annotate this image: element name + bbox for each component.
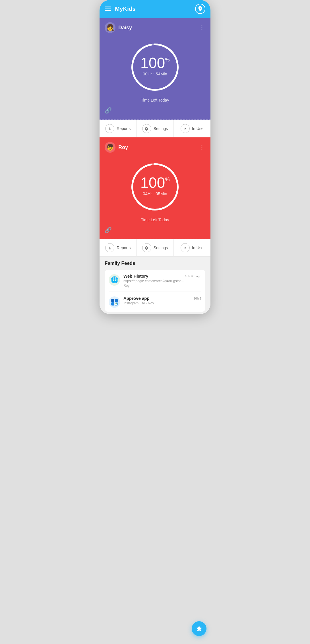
daisy-settings-label: Settings — [154, 126, 168, 131]
daisy-percent: 100 — [140, 55, 165, 70]
daisy-percent-sym: % — [165, 57, 170, 62]
daisy-more-button[interactable]: ⋮ — [199, 24, 205, 31]
roy-inuse-button[interactable]: In Use — [174, 239, 210, 256]
roy-reports-label: Reports — [117, 245, 131, 250]
svg-point-0 — [200, 6, 201, 7]
roy-reports-button[interactable]: Reports — [100, 239, 137, 256]
roy-card-header: 👦 Roy ⋮ — [105, 142, 205, 153]
daisy-reports-button[interactable]: Reports — [100, 120, 137, 137]
roy-card-bottom: 🔗 — [105, 227, 205, 234]
daisy-header-left: 👧 Daisy — [105, 22, 132, 33]
roy-action-bar: Reports Settings In Use — [100, 239, 210, 257]
roy-gauge: 100 % 04Hr : 05Min Time Left Today — [105, 156, 205, 224]
phone-frame: MyKids 👧 Daisy ⋮ — [100, 0, 210, 314]
approve-app-icon — [109, 296, 120, 308]
daisy-reports-label: Reports — [117, 126, 131, 131]
web-history-title: Web History — [123, 274, 148, 278]
header-left: MyKids — [105, 6, 136, 12]
roy-time: 04Hr : 05Min — [140, 191, 170, 196]
daisy-inuse-button[interactable]: In Use — [174, 120, 210, 137]
web-history-content: Web History 16h 9m ago https://google.co… — [123, 274, 201, 288]
daisy-card-header: 👧 Daisy ⋮ — [105, 22, 205, 33]
roy-inuse-label: In Use — [192, 245, 203, 250]
roy-reports-icon — [105, 243, 114, 252]
roy-avatar: 👦 — [105, 142, 115, 153]
roy-card: 👦 Roy ⋮ 100 % 04Hr : 05Min Time Le — [100, 137, 210, 239]
location-button[interactable] — [195, 4, 205, 14]
daisy-gauge: 100 % 00Hr : 54Min Time Left Today — [105, 36, 205, 104]
roy-settings-label: Settings — [154, 245, 168, 250]
roy-settings-button[interactable]: Settings — [137, 239, 173, 256]
approve-app-title: Approve app — [123, 296, 150, 301]
daisy-time-label: Time Left Today — [141, 98, 169, 102]
roy-name: Roy — [118, 145, 128, 150]
daisy-inuse-icon — [181, 124, 190, 133]
daisy-inuse-label: In Use — [192, 126, 203, 131]
roy-inuse-icon — [181, 243, 190, 252]
svg-rect-8 — [111, 302, 114, 306]
family-feeds-section: Family Feeds 🌐 Web History 16h 9m ago ht… — [100, 257, 210, 314]
roy-header-left: 👦 Roy — [105, 142, 128, 153]
roy-settings-icon — [142, 243, 151, 252]
daisy-settings-icon — [142, 124, 151, 133]
web-history-meta: Roy — [123, 284, 201, 288]
approve-app-url: Instagram Lite · Roy — [123, 301, 201, 305]
web-history-time: 16h 9m ago — [185, 274, 201, 278]
approve-app-content: Approve app 16h 1 Instagram Lite · Roy — [123, 296, 201, 305]
svg-rect-7 — [115, 299, 118, 302]
hamburger-menu-button[interactable] — [105, 7, 111, 11]
daisy-reports-icon — [105, 124, 114, 133]
daisy-settings-button[interactable]: Settings — [137, 120, 173, 137]
web-history-url: https://google.com/search?q=drugstore+ne… — [123, 279, 186, 283]
app-title: MyKids — [115, 6, 136, 12]
feed-item-web-history[interactable]: 🌐 Web History 16h 9m ago https://google.… — [109, 270, 201, 292]
daisy-link-icon[interactable]: 🔗 — [105, 107, 112, 114]
daisy-card-bottom: 🔗 — [105, 107, 205, 114]
daisy-action-bar: Reports Settings In Use — [100, 120, 210, 137]
roy-link-icon[interactable]: 🔗 — [105, 227, 112, 234]
location-icon — [197, 6, 203, 12]
daisy-name: Daisy — [118, 25, 132, 31]
app-header: MyKids — [100, 0, 210, 18]
family-feeds-title: Family Feeds — [105, 261, 205, 266]
approve-app-time: 16h 1 — [193, 297, 201, 300]
daisy-card: 👧 Daisy ⋮ 100 % 00Hr : 54Min Time — [100, 18, 210, 119]
daisy-avatar: 👧 — [105, 22, 115, 33]
svg-rect-6 — [111, 299, 114, 302]
roy-percent-sym: % — [165, 177, 170, 182]
roy-time-label: Time Left Today — [141, 218, 169, 222]
daisy-time: 00Hr : 54Min — [140, 71, 170, 76]
roy-more-button[interactable]: ⋮ — [199, 144, 205, 151]
web-history-icon: 🌐 — [109, 274, 120, 286]
feeds-card: 🌐 Web History 16h 9m ago https://google.… — [105, 270, 205, 312]
feed-item-approve-app[interactable]: Approve app 16h 1 Instagram Lite · Roy — [109, 292, 201, 312]
roy-percent: 100 — [140, 175, 165, 190]
